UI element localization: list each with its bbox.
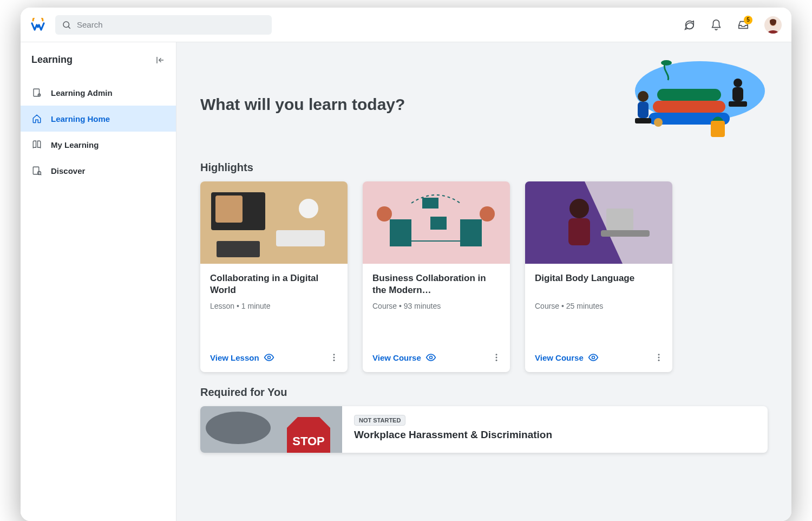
- more-icon[interactable]: [327, 350, 341, 364]
- svg-point-55: [658, 360, 660, 361]
- action-label: View Lesson: [210, 353, 259, 362]
- svg-point-28: [299, 199, 318, 218]
- svg-rect-40: [430, 217, 447, 230]
- svg-point-0: [63, 22, 69, 28]
- search-wrap: [55, 15, 272, 35]
- svg-point-50: [569, 199, 589, 218]
- view-course-link[interactable]: View Course: [372, 352, 436, 363]
- sidebar-item-discover[interactable]: Discover: [21, 158, 176, 184]
- svg-point-38: [480, 206, 495, 222]
- sidebar-item-label: Discover: [51, 166, 85, 175]
- collapse-icon[interactable]: [155, 55, 165, 65]
- svg-rect-16: [638, 102, 649, 118]
- svg-point-43: [496, 354, 497, 355]
- sidebar-item-label: My Learning: [51, 140, 99, 149]
- more-icon[interactable]: [652, 350, 666, 364]
- required-title: Workplace Harassment & Discrimination: [354, 429, 756, 441]
- svg-rect-19: [732, 87, 743, 101]
- book-icon: [31, 139, 42, 150]
- svg-line-10: [41, 174, 42, 175]
- svg-point-53: [658, 354, 660, 355]
- card-thumbnail: [363, 181, 510, 264]
- svg-rect-20: [729, 101, 747, 107]
- svg-point-9: [38, 172, 41, 175]
- card-meta: Lesson • 1 minute: [210, 302, 338, 310]
- svg-rect-49: [606, 209, 633, 230]
- svg-point-37: [377, 206, 392, 222]
- bell-icon[interactable]: [710, 19, 722, 31]
- sidebar-item-my-learning[interactable]: My Learning: [21, 132, 176, 158]
- course-card[interactable]: Digital Body Language Course • 25 minute…: [525, 181, 672, 372]
- highlights-cards: Collaborating in a Digital World Lesson …: [200, 181, 768, 372]
- svg-rect-48: [601, 230, 650, 237]
- svg-rect-13: [653, 101, 725, 113]
- inbox-icon[interactable]: 5: [737, 19, 749, 31]
- more-icon[interactable]: [489, 350, 503, 364]
- course-card[interactable]: Business Collaboration in the Modern… Co…: [363, 181, 510, 372]
- eye-icon: [588, 352, 599, 363]
- required-card[interactable]: STOP NOT STARTED Workplace Harassment & …: [200, 406, 768, 453]
- logo[interactable]: [30, 17, 45, 32]
- card-thumbnail: [200, 181, 348, 264]
- svg-point-22: [661, 60, 672, 66]
- svg-point-30: [267, 356, 270, 359]
- svg-rect-35: [390, 219, 411, 246]
- svg-point-57: [206, 412, 271, 444]
- svg-rect-26: [215, 196, 243, 223]
- svg-point-23: [654, 118, 663, 127]
- topbar-actions: 5: [683, 16, 782, 34]
- svg-point-54: [658, 357, 660, 359]
- main: What will you learn today?: [176, 42, 791, 521]
- page-title: What will you learn today?: [200, 95, 405, 114]
- view-course-link[interactable]: View Course: [535, 352, 599, 363]
- svg-rect-39: [422, 198, 438, 209]
- eye-icon: [425, 352, 436, 363]
- svg-rect-17: [635, 118, 651, 123]
- card-meta: Course • 25 minutes: [535, 302, 663, 310]
- svg-text:STOP: STOP: [292, 434, 325, 448]
- chat-icon[interactable]: [683, 19, 695, 31]
- card-title: Collaborating in a Digital World: [210, 272, 338, 296]
- card-title: Digital Body Language: [535, 272, 663, 296]
- search-icon: [62, 20, 71, 30]
- svg-point-18: [734, 79, 742, 87]
- card-title: Business Collaboration in the Modern…: [372, 272, 500, 296]
- sidebar: Learning Learning Admin Learning Home: [21, 42, 176, 521]
- admin-icon: [31, 87, 42, 98]
- section-required: Required for You: [200, 386, 768, 399]
- svg-point-31: [333, 354, 335, 355]
- avatar[interactable]: [764, 16, 782, 34]
- sidebar-item-learning-home[interactable]: Learning Home: [21, 106, 176, 132]
- hero-illustration: [611, 58, 768, 151]
- svg-point-42: [429, 356, 432, 359]
- sidebar-item-label: Learning Home: [51, 114, 110, 123]
- svg-rect-29: [217, 241, 260, 257]
- status-badge: NOT STARTED: [354, 415, 405, 426]
- home-icon: [31, 113, 42, 124]
- svg-rect-14: [657, 89, 721, 101]
- required-thumbnail: STOP: [200, 406, 342, 453]
- svg-point-45: [496, 360, 497, 361]
- svg-rect-36: [460, 219, 482, 246]
- action-label: View Course: [372, 353, 421, 362]
- svg-point-15: [638, 91, 649, 102]
- section-highlights: Highlights: [200, 161, 768, 174]
- sidebar-item-learning-admin[interactable]: Learning Admin: [21, 80, 176, 106]
- discover-icon: [31, 165, 42, 176]
- svg-rect-21: [711, 121, 725, 137]
- action-label: View Course: [535, 353, 584, 362]
- topbar: 5: [21, 8, 791, 42]
- svg-line-1: [68, 27, 70, 28]
- inbox-badge: 5: [744, 16, 752, 24]
- card-meta: Course • 93 minutes: [372, 302, 500, 310]
- search-input[interactable]: [55, 15, 272, 35]
- svg-point-32: [333, 357, 335, 359]
- svg-point-44: [496, 357, 497, 359]
- svg-rect-27: [276, 230, 325, 246]
- course-card[interactable]: Collaborating in a Digital World Lesson …: [200, 181, 348, 372]
- view-lesson-link[interactable]: View Lesson: [210, 352, 274, 363]
- sidebar-item-label: Learning Admin: [51, 88, 113, 97]
- svg-rect-51: [568, 218, 590, 245]
- svg-point-33: [333, 360, 335, 361]
- sidebar-title: Learning: [31, 54, 73, 66]
